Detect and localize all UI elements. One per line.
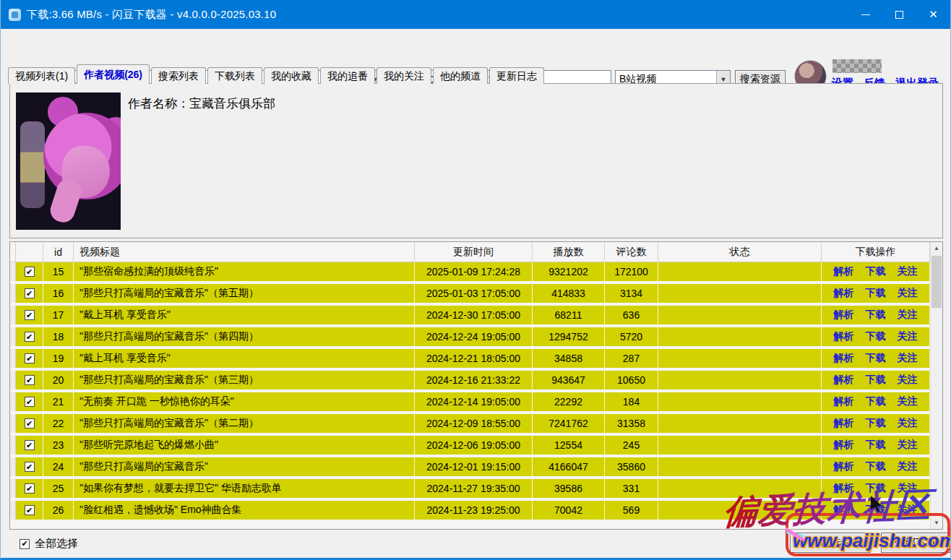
parse-link[interactable]: 解析 <box>834 504 854 517</box>
follow-link[interactable]: 关注 <box>898 287 918 300</box>
row-selector[interactable] <box>10 349 16 368</box>
maximize-button[interactable] <box>882 0 916 29</box>
follow-link[interactable]: 关注 <box>898 439 918 452</box>
checkbox-cell[interactable]: ✔ <box>16 306 43 324</box>
table-row[interactable]: ✔21"无前奏 开口跪 一秒惊艳你的耳朵"2024-12-14 19:05:00… <box>10 392 930 414</box>
row-checkbox[interactable]: ✔ <box>25 440 35 450</box>
follow-link[interactable]: 关注 <box>898 309 918 322</box>
follow-link[interactable]: 关注 <box>898 352 918 365</box>
row-checkbox[interactable]: ✔ <box>25 462 35 472</box>
checkbox-cell[interactable]: ✔ <box>16 327 43 346</box>
row-selector[interactable] <box>10 306 16 324</box>
tab-7[interactable]: 他的频道 <box>433 67 488 84</box>
follow-link[interactable]: 关注 <box>898 374 918 387</box>
table-row[interactable]: ✔15"那些宿命感拉满的顶级纯音乐"2025-01-09 17:24:28932… <box>10 262 930 284</box>
checkbox-cell[interactable]: ✔ <box>16 479 43 498</box>
row-checkbox[interactable]: ✔ <box>25 375 35 385</box>
download-link[interactable]: 下载 <box>866 352 886 365</box>
row-checkbox[interactable]: ✔ <box>25 310 35 320</box>
table-row[interactable]: ✔23"那些听完原地起飞的爆燃小曲"2024-12-06 19:05:00125… <box>10 436 930 457</box>
parse-link[interactable]: 解析 <box>834 309 854 322</box>
row-selector[interactable] <box>10 457 16 476</box>
download-link[interactable]: 下载 <box>866 417 886 430</box>
minimize-button[interactable] <box>848 0 882 29</box>
download-link[interactable]: 下载 <box>866 439 886 452</box>
parse-link[interactable]: 解析 <box>834 330 854 343</box>
row-selector[interactable] <box>10 262 16 281</box>
tab-1[interactable]: 作者视频(26) <box>77 64 150 84</box>
row-selector[interactable] <box>10 479 16 498</box>
download-link[interactable]: 下载 <box>866 504 886 517</box>
parse-link[interactable]: 解析 <box>834 374 854 387</box>
download-link[interactable]: 下载 <box>866 265 886 278</box>
tab-3[interactable]: 下载列表 <box>207 67 262 84</box>
table-row[interactable]: ✔19"戴上耳机 享受音乐"2024-12-21 18:05:003485828… <box>10 349 930 371</box>
select-all-control[interactable]: ✔ 全部选择 <box>20 537 78 551</box>
parse-link[interactable]: 解析 <box>834 417 854 430</box>
checkbox-cell[interactable]: ✔ <box>16 262 43 281</box>
table-row[interactable]: ✔22"那些只打高端局的宝藏音乐"（第二期）2024-12-09 18:55:0… <box>10 414 930 436</box>
row-checkbox[interactable]: ✔ <box>25 332 35 342</box>
row-selector[interactable] <box>10 501 16 520</box>
follow-link[interactable]: 关注 <box>898 504 918 517</box>
row-checkbox[interactable]: ✔ <box>25 397 35 407</box>
table-row[interactable]: ✔17"戴上耳机 享受音乐"2024-12-30 17:05:006821163… <box>10 306 930 327</box>
row-selector[interactable] <box>10 414 16 433</box>
follow-link[interactable]: 关注 <box>898 265 918 278</box>
row-checkbox[interactable]: ✔ <box>25 353 35 363</box>
row-checkbox[interactable]: ✔ <box>25 483 35 494</box>
parse-link[interactable]: 解析 <box>834 265 854 278</box>
table-row[interactable]: ✔26"脸红相遇，遗憾收场" Emo神曲合集2024-11-23 19:25:0… <box>10 501 930 522</box>
parse-link[interactable]: 解析 <box>834 439 854 452</box>
row-selector[interactable] <box>10 371 16 389</box>
download-link[interactable]: 下载 <box>866 309 886 322</box>
scroll-down-icon[interactable]: ▼ <box>931 517 942 529</box>
row-checkbox[interactable]: ✔ <box>25 505 35 515</box>
select-all-checkbox[interactable]: ✔ <box>20 539 30 549</box>
row-selector[interactable] <box>10 284 16 303</box>
download-link[interactable]: 下载 <box>866 287 886 300</box>
tab-6[interactable]: 我的关注 <box>376 67 431 84</box>
checkbox-cell[interactable]: ✔ <box>16 436 43 455</box>
download-link[interactable]: 下载 <box>866 374 886 387</box>
row-selector[interactable] <box>10 392 16 411</box>
follow-link[interactable]: 关注 <box>898 482 918 495</box>
table-row[interactable]: ✔24"那些只打高端局的宝藏音乐"2024-12-01 19:15:004166… <box>10 457 930 479</box>
checkbox-cell[interactable]: ✔ <box>16 349 43 368</box>
close-button[interactable]: ✕ <box>916 0 950 29</box>
checkbox-cell[interactable]: ✔ <box>16 392 43 411</box>
scrollbar-thumb[interactable] <box>931 256 942 308</box>
download-selected-button[interactable]: 下载选中 <box>790 533 871 553</box>
download-link[interactable]: 下载 <box>866 482 886 495</box>
parse-link[interactable]: 解析 <box>834 482 854 495</box>
follow-link[interactable]: 关注 <box>898 417 918 430</box>
row-checkbox[interactable]: ✔ <box>25 418 35 428</box>
download-link[interactable]: 下载 <box>866 460 886 473</box>
checkbox-cell[interactable]: ✔ <box>16 414 43 433</box>
parse-link[interactable]: 解析 <box>834 395 854 408</box>
table-row[interactable]: ✔25"如果你有梦想，就要去捍卫它" 华语励志歌单2024-11-27 19:3… <box>10 479 930 501</box>
scroll-up-icon[interactable]: ▲ <box>931 242 942 254</box>
parse-link[interactable]: 解析 <box>834 460 854 473</box>
tab-8[interactable]: 更新日志 <box>489 67 544 84</box>
tab-2[interactable]: 搜索列表 <box>151 67 206 84</box>
row-checkbox[interactable]: ✔ <box>25 267 35 277</box>
checkbox-cell[interactable]: ✔ <box>16 371 43 389</box>
download-all-button[interactable]: 全部下载 <box>881 533 950 553</box>
row-selector[interactable] <box>10 436 16 455</box>
parse-link[interactable]: 解析 <box>834 352 854 365</box>
row-selector[interactable] <box>10 327 16 346</box>
checkbox-cell[interactable]: ✔ <box>16 457 43 476</box>
follow-link[interactable]: 关注 <box>898 395 918 408</box>
table-row[interactable]: ✔20"那些只打高端局的宝藏音乐"（第三期）2024-12-16 21:33:2… <box>10 371 930 392</box>
tab-0[interactable]: 视频列表(1) <box>8 67 75 84</box>
table-row[interactable]: ✔16"那些只打高端局的宝藏音乐"（第五期）2025-01-03 17:05:0… <box>10 284 930 306</box>
table-row[interactable]: ✔18"那些只打高端局的宝藏音乐"（第四期）2024-12-24 19:05:0… <box>10 327 930 349</box>
follow-link[interactable]: 关注 <box>898 460 918 473</box>
parse-link[interactable]: 解析 <box>834 287 854 300</box>
checkbox-cell[interactable]: ✔ <box>16 501 43 520</box>
checkbox-cell[interactable]: ✔ <box>16 284 43 303</box>
row-checkbox[interactable]: ✔ <box>25 288 35 298</box>
tab-5[interactable]: 我的追番 <box>320 67 375 84</box>
download-link[interactable]: 下载 <box>866 395 886 408</box>
